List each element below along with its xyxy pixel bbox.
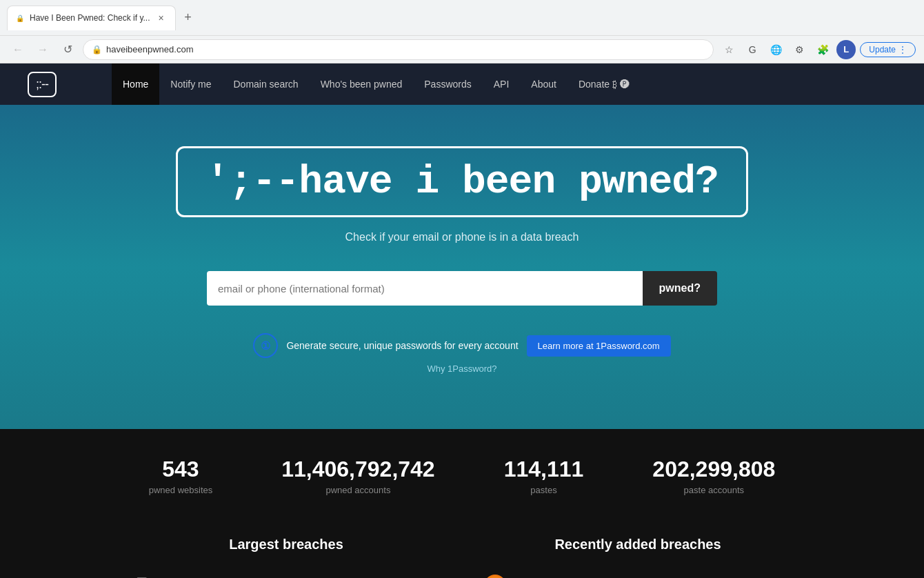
stat-label-paste-accounts: paste accounts xyxy=(652,485,775,495)
bookmark-btn[interactable]: ☆ xyxy=(719,40,739,59)
recently-added-title: Recently added breaches xyxy=(483,537,793,552)
tab-close-btn[interactable]: × xyxy=(156,12,167,23)
nav-link-api[interactable]: API xyxy=(483,63,521,105)
address-bar[interactable]: 🔒 haveibeenpwned.com xyxy=(83,39,714,60)
browser-tab-bar: 🔒 Have I Been Pwned: Check if y... × + xyxy=(0,0,924,36)
site-navigation: ;:-- Home Notify me Domain search Who's … xyxy=(0,63,924,105)
stat-pwned-accounts: 11,406,792,742 pwned accounts xyxy=(281,457,434,495)
stat-number-pastes: 114,111 xyxy=(504,457,584,482)
tab-favicon: 🔒 xyxy=(16,14,24,22)
translate-btn[interactable]: 🌐 xyxy=(766,40,785,59)
puzzle-btn[interactable]: 🧩 xyxy=(813,40,832,59)
url-text: haveibeenpwned.com xyxy=(106,44,193,54)
nav-link-whos-been-pwned[interactable]: Who's been pwned xyxy=(310,63,414,105)
hero-section: ';--have i been pwned? Check if your ema… xyxy=(0,105,924,429)
nav-link-passwords[interactable]: Passwords xyxy=(413,63,482,105)
stat-number-paste-accounts: 202,299,808 xyxy=(652,457,775,482)
list-item: UC 547,422 University of California acco… xyxy=(483,566,793,578)
promo-text: Generate secure, unique passwords for ev… xyxy=(286,340,518,351)
nav-link-home[interactable]: Home xyxy=(112,63,159,105)
update-label: Update xyxy=(869,45,896,54)
nav-link-domain[interactable]: Domain search xyxy=(222,63,309,105)
forward-button[interactable]: → xyxy=(33,40,52,59)
uc-icon: UC xyxy=(483,573,508,578)
stat-number-websites: 543 xyxy=(149,457,213,482)
stats-section: 543 pwned websites 11,406,792,742 pwned … xyxy=(0,429,924,523)
toolbar-actions: ☆ G 🌐 ⚙ 🧩 L Update ⋮ xyxy=(719,40,916,59)
breaches-section: Largest breaches 772,904,991 Collection … xyxy=(0,523,924,578)
largest-breaches-column: Largest breaches 772,904,991 Collection … xyxy=(131,537,441,578)
stat-pwned-websites: 543 pwned websites xyxy=(149,457,213,495)
nav-link-about[interactable]: About xyxy=(520,63,568,105)
update-chevron: ⋮ xyxy=(898,45,907,54)
search-input[interactable] xyxy=(207,271,643,306)
largest-breaches-title: Largest breaches xyxy=(131,537,441,552)
password-promo: ① Generate secure, unique passwords for … xyxy=(253,333,670,358)
list-item: 772,904,991 Collection #1 accounts xyxy=(131,566,441,578)
google-account-btn[interactable]: G xyxy=(743,40,762,59)
new-tab-button[interactable]: + xyxy=(179,8,198,28)
search-button[interactable]: pwned? xyxy=(643,271,717,306)
extensions-btn[interactable]: ⚙ xyxy=(790,40,809,59)
stat-pastes: 114,111 pastes xyxy=(504,457,584,495)
hero-subtitle: Check if your email or phone is in a dat… xyxy=(345,231,579,243)
update-button[interactable]: Update ⋮ xyxy=(860,42,916,57)
recently-added-column: Recently added breaches UC 547,422 Unive… xyxy=(483,537,793,578)
reload-button[interactable]: ↺ xyxy=(58,40,77,59)
nav-links: Home Notify me Domain search Who's been … xyxy=(112,63,641,105)
lock-icon: 🔒 xyxy=(92,45,102,54)
hero-title: ';--have i been pwned? xyxy=(176,146,748,217)
tab-title: Have I Been Pwned: Check if y... xyxy=(30,13,150,23)
nav-link-notify[interactable]: Notify me xyxy=(159,63,222,105)
document-icon xyxy=(131,573,156,578)
back-button[interactable]: ← xyxy=(8,40,28,59)
stat-label-websites: pwned websites xyxy=(149,485,213,495)
stat-paste-accounts: 202,299,808 paste accounts xyxy=(652,457,775,495)
why-1password-link[interactable]: Why 1Password? xyxy=(427,363,496,374)
stat-number-accounts: 11,406,792,742 xyxy=(281,457,434,482)
search-container: pwned? xyxy=(207,271,717,306)
browser-toolbar: ← → ↺ 🔒 haveibeenpwned.com ☆ G 🌐 ⚙ 🧩 L U… xyxy=(0,36,924,63)
active-browser-tab[interactable]: 🔒 Have I Been Pwned: Check if y... × xyxy=(7,6,176,30)
stat-label-pastes: pastes xyxy=(504,485,584,495)
site-logo[interactable]: ;:-- xyxy=(28,72,57,97)
stat-label-accounts: pwned accounts xyxy=(281,485,434,495)
onepassword-logo: ① xyxy=(253,333,278,358)
profile-button[interactable]: L xyxy=(836,40,856,59)
nav-link-donate[interactable]: Donate ₿ 🅟 xyxy=(568,63,641,105)
learn-more-button[interactable]: Learn more at 1Password.com xyxy=(527,335,671,357)
